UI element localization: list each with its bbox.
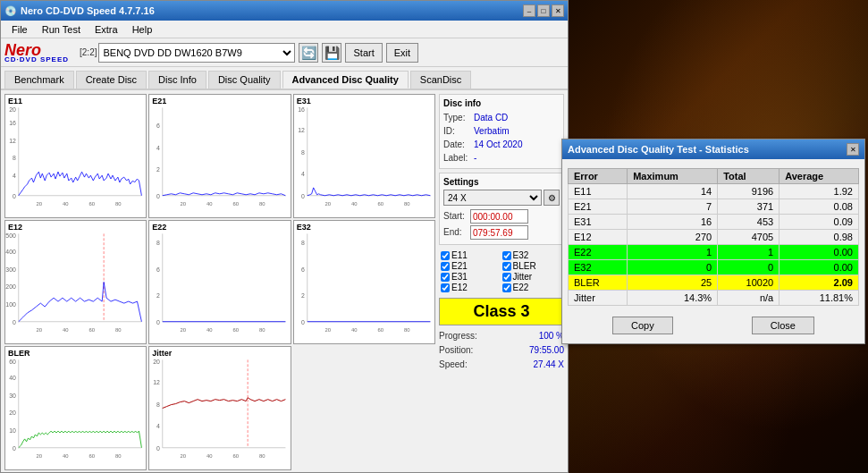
cb-e31-input[interactable] <box>441 273 450 282</box>
tab-disc-quality[interactable]: Disc Quality <box>208 71 281 89</box>
chart-e12-svg: 0 100 200 300 400 500 20 40 60 80 <box>5 221 146 343</box>
svg-text:80: 80 <box>259 327 265 333</box>
svg-text:20: 20 <box>36 201 42 207</box>
stats-e21-max: 7 <box>628 199 718 215</box>
chart-e22-label: E22 <box>152 223 166 232</box>
disc-info-section: Disc info Type: Data CD ID: Verbatim Dat… <box>439 94 564 169</box>
menu-extra[interactable]: Extra <box>88 22 125 37</box>
tab-create-disc[interactable]: Create Disc <box>76 71 147 89</box>
copy-button[interactable]: Copy <box>612 317 673 334</box>
cb-e11-input[interactable] <box>441 251 450 260</box>
stats-row-e32: E32 0 0 0.00 <box>569 260 859 275</box>
cb-e12-input[interactable] <box>441 283 450 292</box>
stats-jitter-error: Jitter <box>569 291 628 306</box>
cb-jitter-input[interactable] <box>502 273 511 282</box>
minimize-button[interactable]: – <box>523 4 535 17</box>
cb-e21-input[interactable] <box>441 262 450 271</box>
disc-info-date-row: Date: 14 Oct 2020 <box>443 138 560 151</box>
svg-text:80: 80 <box>259 453 265 459</box>
stats-e11-total: 9196 <box>718 184 780 199</box>
stats-actions: Copy Close <box>568 311 859 340</box>
stats-e21-error: E21 <box>569 199 628 215</box>
cb-e22-label: E22 <box>513 283 529 292</box>
svg-text:12: 12 <box>153 379 160 385</box>
stats-close-button[interactable]: Close <box>752 317 814 334</box>
progress-val: 100 % <box>539 329 564 343</box>
svg-text:12: 12 <box>9 138 16 144</box>
stats-bler-avg: 2.09 <box>780 275 859 291</box>
disc-info-id-key: ID: <box>443 124 472 138</box>
drive-selector: [2:2] BENQ DVD DD DW1620 B7W9 <box>80 43 295 63</box>
disc-info-date-key: Date: <box>443 138 472 151</box>
stats-bler-total: 10020 <box>718 275 780 291</box>
tab-advanced-disc-quality[interactable]: Advanced Disc Quality <box>282 71 409 89</box>
cb-e31: E31 <box>441 272 501 282</box>
cb-bler-input[interactable] <box>502 262 511 271</box>
close-button[interactable]: ✕ <box>552 4 564 17</box>
stats-window-close-btn[interactable]: ✕ <box>847 143 859 156</box>
svg-text:6: 6 <box>156 122 160 129</box>
svg-text:200: 200 <box>5 283 16 290</box>
stats-e12-error: E12 <box>569 230 628 245</box>
svg-text:20: 20 <box>36 453 42 459</box>
cb-e22-input[interactable] <box>502 283 511 292</box>
maximize-button[interactable]: □ <box>537 4 550 17</box>
menu-run-test[interactable]: Run Test <box>35 22 88 37</box>
stats-table: Error Maximum Total Average E11 14 9196 … <box>568 168 859 306</box>
tab-scan-disc[interactable]: ScanDisc <box>410 71 471 89</box>
stats-bler-max: 25 <box>628 275 718 291</box>
refresh-icon-btn[interactable]: 🔄 <box>299 43 318 63</box>
speed-dropdown[interactable]: 24 X <box>443 190 542 206</box>
svg-text:500: 500 <box>5 232 16 239</box>
speed-key: Speed: <box>439 358 468 372</box>
disc-info-type-row: Type: Data CD <box>443 111 560 124</box>
svg-text:2: 2 <box>156 292 160 299</box>
svg-text:4: 4 <box>156 145 160 151</box>
speed-row: 24 X ⚙ <box>443 190 560 206</box>
col-total: Total <box>718 169 780 184</box>
svg-text:8: 8 <box>156 240 160 246</box>
exit-button[interactable]: Exit <box>386 43 418 63</box>
tab-benchmark[interactable]: Benchmark <box>4 71 74 89</box>
svg-text:12: 12 <box>298 127 305 133</box>
chart-e12-label: E12 <box>8 223 22 232</box>
menu-help[interactable]: Help <box>125 22 160 37</box>
drive-dropdown[interactable]: BENQ DVD DD DW1620 B7W9 <box>98 43 295 63</box>
svg-text:80: 80 <box>404 327 410 333</box>
chart-e22: E22 0 2 6 8 20 40 60 80 <box>148 220 291 344</box>
svg-text:20: 20 <box>181 327 187 333</box>
stats-row-e12: E12 270 4705 0.98 <box>569 230 859 245</box>
chart-e12: E12 0 100 200 300 400 500 20 40 60 80 <box>4 220 147 344</box>
stats-e22-avg: 0.00 <box>780 245 859 260</box>
svg-text:30: 30 <box>9 393 16 399</box>
stats-title-text: Advanced Disc Quality Test - Statistics <box>568 144 749 155</box>
position-val: 79:55.00 <box>529 343 564 358</box>
stats-e31-max: 16 <box>628 215 718 230</box>
svg-text:16: 16 <box>9 120 16 126</box>
speed-config-btn[interactable]: ⚙ <box>544 190 560 206</box>
svg-text:60: 60 <box>88 201 95 207</box>
save-icon-btn[interactable]: 💾 <box>322 43 341 63</box>
cb-e32-input[interactable] <box>502 251 511 260</box>
chart-e31-svg: 0 4 8 12 16 20 40 60 80 <box>294 95 434 217</box>
svg-text:8: 8 <box>301 149 305 156</box>
svg-text:0: 0 <box>13 193 16 199</box>
svg-text:4: 4 <box>156 423 160 429</box>
title-bar-text: Nero CD-DVD Speed 4.7.7.16 <box>21 5 523 16</box>
svg-text:40: 40 <box>351 327 358 333</box>
start-button[interactable]: Start <box>345 43 382 63</box>
stats-content: Error Maximum Total Average E11 14 9196 … <box>562 159 864 343</box>
disc-info-title: Disc info <box>443 98 560 108</box>
menu-file[interactable]: File <box>4 22 35 37</box>
stats-e12-max: 270 <box>628 230 718 245</box>
svg-text:20: 20 <box>324 327 331 333</box>
position-row: Position: 79:55.00 <box>439 343 564 358</box>
cb-bler: BLER <box>502 261 563 271</box>
tab-disc-info[interactable]: Disc Info <box>148 71 206 89</box>
position-key: Position: <box>439 343 473 358</box>
cb-e32-label: E32 <box>513 250 529 260</box>
disc-info-id-row: ID: Verbatim <box>443 124 560 138</box>
app-window: 💿 Nero CD-DVD Speed 4.7.7.16 – □ ✕ File … <box>0 0 569 473</box>
class-box: Class 3 <box>439 298 564 325</box>
svg-text:60: 60 <box>377 327 383 333</box>
